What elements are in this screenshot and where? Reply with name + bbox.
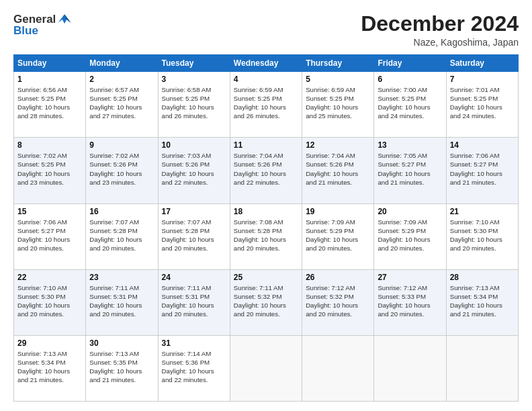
logo-bird-icon <box>57 12 72 27</box>
table-row: 27Sunrise: 7:12 AMSunset: 5:33 PMDayligh… <box>374 269 446 335</box>
table-row: 16Sunrise: 7:07 AMSunset: 5:28 PMDayligh… <box>86 203 158 269</box>
title-block: December 2024 Naze, Kagoshima, Japan <box>361 12 519 48</box>
day-number: 16 <box>89 207 154 216</box>
day-info: Sunrise: 6:56 AMSunset: 5:25 PMDaylight:… <box>17 85 82 120</box>
day-info: Sunrise: 7:10 AMSunset: 5:30 PMDaylight:… <box>450 218 515 253</box>
header-friday: Friday <box>374 55 446 72</box>
day-info: Sunrise: 7:13 AMSunset: 5:34 PMDaylight:… <box>17 349 82 384</box>
day-info: Sunrise: 7:00 AMSunset: 5:25 PMDaylight:… <box>378 85 442 120</box>
day-number: 27 <box>378 273 442 282</box>
table-row <box>230 335 302 401</box>
day-info: Sunrise: 7:14 AMSunset: 5:36 PMDaylight:… <box>162 349 226 384</box>
day-number: 14 <box>450 140 515 150</box>
day-info: Sunrise: 6:59 AMSunset: 5:25 PMDaylight:… <box>234 85 298 120</box>
week-row-3: 15Sunrise: 7:06 AMSunset: 5:27 PMDayligh… <box>14 203 519 269</box>
table-row: 13Sunrise: 7:05 AMSunset: 5:27 PMDayligh… <box>374 138 446 203</box>
table-row: 2Sunrise: 6:57 AMSunset: 5:25 PMDaylight… <box>86 72 158 138</box>
day-number: 15 <box>17 207 82 216</box>
day-info: Sunrise: 7:11 AMSunset: 5:32 PMDaylight:… <box>234 283 298 318</box>
header-wednesday: Wednesday <box>230 55 302 72</box>
day-number: 28 <box>450 273 515 282</box>
day-number: 19 <box>306 207 370 216</box>
calendar-table: Sunday Monday Tuesday Wednesday Thursday… <box>13 54 519 402</box>
week-row-5: 29Sunrise: 7:13 AMSunset: 5:34 PMDayligh… <box>14 335 519 401</box>
day-info: Sunrise: 7:04 AMSunset: 5:26 PMDaylight:… <box>234 151 298 186</box>
day-info: Sunrise: 7:10 AMSunset: 5:30 PMDaylight:… <box>17 283 82 318</box>
day-info: Sunrise: 7:09 AMSunset: 5:29 PMDaylight:… <box>306 218 370 253</box>
day-number: 23 <box>89 273 154 282</box>
page: General Blue December 2024 Naze, Kagoshi… <box>0 0 532 411</box>
table-row: 19Sunrise: 7:09 AMSunset: 5:29 PMDayligh… <box>302 203 374 269</box>
day-number: 2 <box>89 75 154 84</box>
day-info: Sunrise: 7:02 AMSunset: 5:25 PMDaylight:… <box>17 151 82 186</box>
day-number: 18 <box>234 207 298 216</box>
table-row: 22Sunrise: 7:10 AMSunset: 5:30 PMDayligh… <box>14 269 86 335</box>
day-number: 4 <box>234 75 298 84</box>
table-row: 1Sunrise: 6:56 AMSunset: 5:25 PMDaylight… <box>14 72 86 138</box>
day-info: Sunrise: 7:05 AMSunset: 5:27 PMDaylight:… <box>378 151 442 186</box>
day-number: 11 <box>234 140 298 150</box>
table-row: 11Sunrise: 7:04 AMSunset: 5:26 PMDayligh… <box>230 138 302 203</box>
day-number: 20 <box>378 207 442 216</box>
day-info: Sunrise: 7:06 AMSunset: 5:27 PMDaylight:… <box>450 151 515 186</box>
logo: General Blue <box>13 12 72 38</box>
table-row: 3Sunrise: 6:58 AMSunset: 5:25 PMDaylight… <box>158 72 230 138</box>
table-row: 14Sunrise: 7:06 AMSunset: 5:27 PMDayligh… <box>446 138 518 203</box>
table-row: 6Sunrise: 7:00 AMSunset: 5:25 PMDaylight… <box>374 72 446 138</box>
day-number: 7 <box>450 75 515 84</box>
header: General Blue December 2024 Naze, Kagoshi… <box>13 12 519 48</box>
location-text: Naze, Kagoshima, Japan <box>361 37 519 48</box>
day-number: 12 <box>306 140 370 150</box>
month-title: December 2024 <box>361 12 519 36</box>
day-info: Sunrise: 7:09 AMSunset: 5:29 PMDaylight:… <box>378 218 442 253</box>
table-row: 17Sunrise: 7:07 AMSunset: 5:28 PMDayligh… <box>158 203 230 269</box>
day-number: 24 <box>162 273 226 282</box>
day-info: Sunrise: 7:12 AMSunset: 5:32 PMDaylight:… <box>306 283 370 318</box>
day-info: Sunrise: 7:13 AMSunset: 5:35 PMDaylight:… <box>89 349 154 384</box>
header-monday: Monday <box>86 55 158 72</box>
table-row <box>446 335 518 401</box>
day-number: 1 <box>17 75 82 84</box>
table-row: 31Sunrise: 7:14 AMSunset: 5:36 PMDayligh… <box>158 335 230 401</box>
day-info: Sunrise: 7:02 AMSunset: 5:26 PMDaylight:… <box>89 151 154 186</box>
table-row: 9Sunrise: 7:02 AMSunset: 5:26 PMDaylight… <box>86 138 158 203</box>
day-info: Sunrise: 7:13 AMSunset: 5:34 PMDaylight:… <box>450 283 515 318</box>
week-row-4: 22Sunrise: 7:10 AMSunset: 5:30 PMDayligh… <box>14 269 519 335</box>
table-row: 28Sunrise: 7:13 AMSunset: 5:34 PMDayligh… <box>446 269 518 335</box>
day-info: Sunrise: 7:11 AMSunset: 5:31 PMDaylight:… <box>162 283 226 318</box>
table-row: 5Sunrise: 6:59 AMSunset: 5:25 PMDaylight… <box>302 72 374 138</box>
table-row: 21Sunrise: 7:10 AMSunset: 5:30 PMDayligh… <box>446 203 518 269</box>
day-number: 25 <box>234 273 298 282</box>
day-info: Sunrise: 7:01 AMSunset: 5:25 PMDaylight:… <box>450 85 515 120</box>
table-row: 29Sunrise: 7:13 AMSunset: 5:34 PMDayligh… <box>14 335 86 401</box>
day-number: 8 <box>17 140 82 150</box>
table-row <box>374 335 446 401</box>
table-row: 4Sunrise: 6:59 AMSunset: 5:25 PMDaylight… <box>230 72 302 138</box>
table-row <box>302 335 374 401</box>
week-row-1: 1Sunrise: 6:56 AMSunset: 5:25 PMDaylight… <box>14 72 519 138</box>
day-number: 29 <box>17 338 82 348</box>
table-row: 8Sunrise: 7:02 AMSunset: 5:25 PMDaylight… <box>14 138 86 203</box>
table-row: 18Sunrise: 7:08 AMSunset: 5:28 PMDayligh… <box>230 203 302 269</box>
table-row: 24Sunrise: 7:11 AMSunset: 5:31 PMDayligh… <box>158 269 230 335</box>
day-number: 10 <box>162 140 226 150</box>
logo-blue-text: Blue <box>13 24 38 38</box>
table-row: 20Sunrise: 7:09 AMSunset: 5:29 PMDayligh… <box>374 203 446 269</box>
day-number: 21 <box>450 207 515 216</box>
day-info: Sunrise: 7:06 AMSunset: 5:27 PMDaylight:… <box>17 218 82 253</box>
table-row: 15Sunrise: 7:06 AMSunset: 5:27 PMDayligh… <box>14 203 86 269</box>
day-info: Sunrise: 7:07 AMSunset: 5:28 PMDaylight:… <box>89 218 154 253</box>
header-sunday: Sunday <box>14 55 86 72</box>
table-row: 26Sunrise: 7:12 AMSunset: 5:32 PMDayligh… <box>302 269 374 335</box>
day-number: 31 <box>162 338 226 348</box>
day-number: 9 <box>89 140 154 150</box>
table-row: 25Sunrise: 7:11 AMSunset: 5:32 PMDayligh… <box>230 269 302 335</box>
table-row: 30Sunrise: 7:13 AMSunset: 5:35 PMDayligh… <box>86 335 158 401</box>
day-info: Sunrise: 6:57 AMSunset: 5:25 PMDaylight:… <box>89 85 154 120</box>
day-number: 6 <box>378 75 442 84</box>
day-info: Sunrise: 6:59 AMSunset: 5:25 PMDaylight:… <box>306 85 370 120</box>
header-tuesday: Tuesday <box>158 55 230 72</box>
day-number: 13 <box>378 140 442 150</box>
day-info: Sunrise: 7:11 AMSunset: 5:31 PMDaylight:… <box>89 283 154 318</box>
week-row-2: 8Sunrise: 7:02 AMSunset: 5:25 PMDaylight… <box>14 138 519 203</box>
